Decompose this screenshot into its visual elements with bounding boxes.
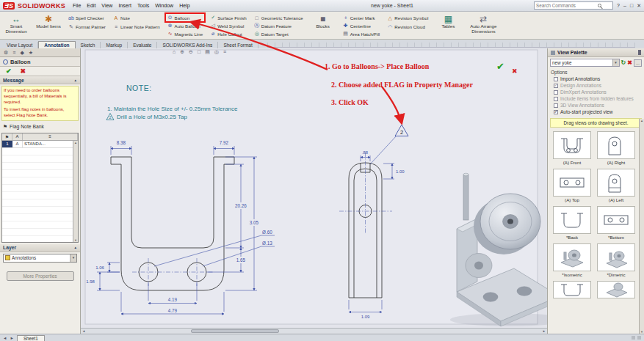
note-button[interactable]: A Note <box>112 14 162 22</box>
menu-view[interactable]: View <box>101 3 112 8</box>
flag-note-bank-toggle[interactable]: ⚑ Flag Note Bank <box>0 122 80 131</box>
dim-1-06[interactable]: 1.06 <box>95 265 104 270</box>
zoom-area-icon[interactable]: □ <box>198 49 200 55</box>
tab-solidworks-addins[interactable]: SOLIDWORKS Add-Ins <box>157 42 218 48</box>
display-style-icon[interactable]: ▤ <box>205 49 210 55</box>
hole-callout-button[interactable]: ⌀ Hole Callout <box>209 30 248 37</box>
dim-1-09[interactable]: 1.09 <box>361 315 370 319</box>
message-section-header[interactable]: Message ▲ <box>0 76 80 84</box>
dim-1-65[interactable]: 1.65 <box>236 257 246 263</box>
top-view-thumbnail[interactable] <box>553 169 591 197</box>
blocks-button[interactable]: ■ Blocks <box>309 13 337 37</box>
menu-tools[interactable]: Tools <box>137 3 149 8</box>
centerline-button[interactable]: ✚ Centerline <box>341 22 382 29</box>
checkbox-3d-view-annotations[interactable]: 3D View Annotations <box>548 102 644 109</box>
tables-button[interactable]: ▦ Tables <box>434 13 462 37</box>
dim-4-79[interactable]: 4.79 <box>168 308 178 313</box>
checkbox-include-hidden-features[interactable]: Include items from hidden features <box>548 95 644 102</box>
minimize-button[interactable]: – <box>623 3 626 9</box>
checkbox-icon[interactable] <box>554 103 558 108</box>
checkbox-icon[interactable]: ✓ <box>554 84 558 88</box>
menu-file[interactable]: File <box>73 3 81 8</box>
layer-section-header[interactable]: Layer ▲ <box>0 244 80 252</box>
pin-icon[interactable] <box>638 50 641 55</box>
dim-dia-60[interactable]: Ø.60 <box>262 230 272 235</box>
view-thumb-partial[interactable] <box>551 281 593 298</box>
scroll-left-icon[interactable]: ◄ <box>81 329 87 334</box>
command-search[interactable] <box>534 1 613 10</box>
maximize-button[interactable]: □ <box>630 3 633 9</box>
geometric-tolerance-button[interactable]: □ Geometric Tolerance <box>253 14 305 21</box>
more-properties-button[interactable]: More Properties <box>7 271 74 281</box>
bottom-view-thumbnail[interactable] <box>597 206 635 234</box>
table-scrollbar[interactable]: ▲ ▼ <box>73 141 78 242</box>
menu-edit[interactable]: Edit <box>87 3 95 8</box>
sheet-nav-next-icon[interactable]: ► <box>10 336 14 340</box>
drawing-canvas[interactable]: ⌂ ⊕ ⊖ □ ▤ ◎ ≡ <box>81 48 547 334</box>
checkbox-icon[interactable] <box>554 90 558 95</box>
dim-8-38[interactable]: 8.38 <box>117 140 126 145</box>
weld-symbol-button[interactable]: ◁ Weld Symbol <box>209 22 248 29</box>
tab-markup[interactable]: Markup <box>101 42 128 48</box>
dim-3-05[interactable]: 3.05 <box>250 220 259 225</box>
view-thumb-bottom[interactable]: *Bottom <box>595 206 637 240</box>
datum-target-button[interactable]: ◎ Datum Target <box>253 30 305 37</box>
checkbox-auto-start-projected-view[interactable]: ✓ Auto-start projected view <box>548 109 644 115</box>
magnetic-line-button[interactable]: ∿ Magnetic Line <box>166 30 205 37</box>
horizontal-scrollbar[interactable]: ◄ ► <box>81 328 547 334</box>
tab-evaluate[interactable]: Evaluate <box>128 42 157 48</box>
area-hatch-button[interactable]: ▤ Area Hatch/Fill <box>341 30 382 37</box>
cancel-button[interactable]: ✖ <box>21 67 26 75</box>
auto-balloon-button[interactable]: ⊛ Auto Balloon <box>166 22 205 29</box>
view-thumb-left[interactable]: (A) Left <box>595 169 637 202</box>
search-input[interactable] <box>536 3 596 8</box>
table-row[interactable]: 1 A STANDA... <box>2 141 78 148</box>
right-view-thumbnail[interactable] <box>597 131 635 159</box>
displaymanager-tab-icon[interactable]: ◆ <box>20 50 23 56</box>
search-icon[interactable] <box>598 4 601 7</box>
view-thumb-front[interactable]: (A) Front <box>551 131 593 165</box>
dim-20-26[interactable]: 20.26 <box>235 203 247 208</box>
panel-dock-icon[interactable] <box>551 51 555 55</box>
confirm-corner-cancel[interactable]: ✖ <box>512 67 518 75</box>
flag-note-bank-table[interactable]: ⚑ A ≡ 1 A STANDA... ▲ ▼ <box>1 133 79 243</box>
tab-sketch[interactable]: Sketch <box>76 42 101 48</box>
layer-dropdown[interactable]: Annotations ▼ <box>3 254 77 263</box>
clear-icon[interactable]: ✖ <box>627 59 632 66</box>
view-thumb-right[interactable]: (A) Right <box>595 131 637 165</box>
back-view-thumbnail[interactable] <box>553 206 591 234</box>
zoom-out-icon[interactable]: ⊖ <box>189 49 193 55</box>
view-thumb-isometric[interactable]: *Isometric <box>551 243 593 277</box>
sheet-tab[interactable]: Sheet1 <box>17 335 45 341</box>
checkbox-icon[interactable]: ✓ <box>554 110 558 114</box>
propertymanager-tab-icon[interactable]: ⚙ <box>4 50 8 56</box>
help-icon[interactable]: ? <box>617 3 620 8</box>
chevron-down-icon[interactable]: ▼ <box>70 254 76 262</box>
scroll-right-icon[interactable]: ► <box>541 329 547 334</box>
linear-note-pattern-button[interactable]: ≡ Linear Note Pattern <box>112 23 162 31</box>
browse-button[interactable]: ... <box>634 59 642 67</box>
surface-finish-button[interactable]: ✓ Surface Finish <box>209 14 248 21</box>
center-mark-button[interactable]: + Center Mark <box>341 14 382 21</box>
scrollbar-thumb[interactable] <box>191 329 279 333</box>
balloon-button[interactable]: ⊙ Balloon <box>166 14 205 21</box>
spell-checker-button[interactable]: ab Spell Checker <box>67 14 107 22</box>
drawing-sheet[interactable]: NOTE: 1. Maintain the Hole Size of +/- 0… <box>81 48 547 328</box>
view-palette-header[interactable]: View Palette <box>548 48 644 57</box>
checkbox-import-annotations[interactable]: Import Annotations <box>548 76 644 82</box>
revision-cloud-button[interactable]: ◠ Revision Cloud <box>386 23 430 31</box>
custom-tab-icon[interactable]: ★ <box>29 50 33 56</box>
dim-4-19[interactable]: 4.19 <box>168 297 178 302</box>
front-view-thumbnail[interactable] <box>553 131 591 159</box>
checkbox-design-annotations[interactable]: ✓ Design Annotations <box>548 82 644 89</box>
view-thumb-back[interactable]: *Back <box>551 206 593 240</box>
checkbox-icon[interactable] <box>554 77 558 81</box>
heads-up-toolbar[interactable]: ⌂ ⊕ ⊖ □ ▤ ◎ ≡ <box>173 49 226 55</box>
dim-1-98[interactable]: 1.98 <box>86 279 95 284</box>
scroll-up-icon[interactable]: ▲ <box>74 141 77 144</box>
sheet-nav-prev-icon[interactable]: ◄ <box>3 336 7 340</box>
view-thumb-top[interactable]: (A) Top <box>551 169 593 202</box>
scroll-down-icon[interactable]: ▼ <box>74 238 77 242</box>
view-settings-icon[interactable]: ◎ <box>214 49 219 55</box>
dim-1-00[interactable]: 1.00 <box>396 169 405 174</box>
